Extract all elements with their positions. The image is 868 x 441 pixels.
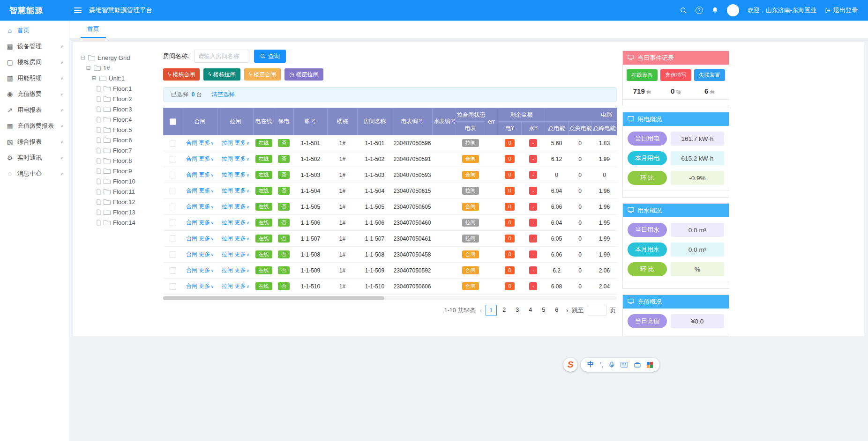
page-button-1[interactable]: 1 xyxy=(486,305,497,316)
open-more-link[interactable]: 更多 xyxy=(234,140,249,146)
action-button-building-close[interactable]: ϟ 楼栋合闸 xyxy=(163,68,200,81)
open-more-link[interactable]: 更多 xyxy=(234,187,249,194)
tab-home[interactable]: 首页 xyxy=(81,21,106,38)
clear-selection-link[interactable]: 清空选择 xyxy=(211,91,235,99)
avatar[interactable] xyxy=(727,4,739,16)
close-more-link[interactable]: 更多 xyxy=(199,203,214,210)
logout-button[interactable]: 退出登录 xyxy=(825,6,858,15)
action-button-building-open[interactable]: ϟ 楼栋拉闸 xyxy=(203,68,240,81)
row-checkbox[interactable] xyxy=(170,204,176,210)
sidebar-item-message[interactable]: ◌ 消息中心 ∨ xyxy=(0,166,69,182)
close-more-link[interactable]: 更多 xyxy=(199,171,214,178)
row-checkbox[interactable] xyxy=(170,267,176,274)
tree-node-floor-1[interactable]: Floor:1 xyxy=(80,83,163,94)
tree-node-energy-grid[interactable]: ⊟ Energy Grid xyxy=(80,52,163,63)
sidebar-item-energy-detail[interactable]: ▥ 用能明细 ∨ xyxy=(0,70,69,86)
row-checkbox[interactable] xyxy=(170,251,176,258)
close-more-link[interactable]: 更多 xyxy=(199,235,214,242)
help-icon[interactable]: ? xyxy=(696,7,703,14)
jump-page-input[interactable] xyxy=(588,305,606,316)
tree-node-floor-14[interactable]: Floor:14 xyxy=(80,217,163,228)
row-checkbox[interactable] xyxy=(170,220,176,226)
tree-node-floor-11[interactable]: Floor:11 xyxy=(80,186,163,197)
toolbox-icon[interactable] xyxy=(634,362,641,368)
open-action-link[interactable]: 拉闸 xyxy=(222,235,233,242)
collapse-icon[interactable]: ⊟ xyxy=(85,65,91,71)
page-button-4[interactable]: 4 xyxy=(525,305,536,316)
sidebar-item-realtime[interactable]: ⚙ 实时通讯 ∨ xyxy=(0,150,69,166)
tree-node-floor-10[interactable]: Floor:10 xyxy=(80,176,163,186)
tree-node-floor-9[interactable]: Floor:9 xyxy=(80,166,163,176)
tree-node-floor-7[interactable]: Floor:7 xyxy=(80,145,163,155)
prev-page-button[interactable]: ‹ xyxy=(479,307,482,314)
close-more-link[interactable]: 更多 xyxy=(199,267,214,273)
ime-logo-icon[interactable]: S xyxy=(563,358,577,372)
close-action-link[interactable]: 合闸 xyxy=(186,140,197,146)
sidebar-item-device[interactable]: ▤ 设备管理 ∨ xyxy=(0,38,69,54)
tree-node-unit-1[interactable]: ⊟ Unit:1 xyxy=(80,73,163,83)
open-action-link[interactable]: 拉闸 xyxy=(222,283,233,289)
sidebar-collapse-icon[interactable] xyxy=(74,7,82,13)
sidebar-item-elec-report[interactable]: ↗ 用电报表 ∨ xyxy=(0,102,69,118)
open-action-link[interactable]: 拉闸 xyxy=(222,187,233,194)
row-checkbox[interactable] xyxy=(170,188,176,194)
tree-node-floor-8[interactable]: Floor:8 xyxy=(80,155,163,166)
open-more-link[interactable]: 更多 xyxy=(234,219,249,226)
select-all-checkbox[interactable] xyxy=(170,118,176,125)
page-button-3[interactable]: 3 xyxy=(512,305,523,316)
open-action-link[interactable]: 拉闸 xyxy=(222,155,233,162)
sidebar-item-recharge[interactable]: ◉ 充值缴费 ∨ xyxy=(0,86,69,102)
collapse-icon[interactable]: ⊟ xyxy=(91,75,97,81)
close-action-link[interactable]: 合闸 xyxy=(186,251,197,257)
close-action-link[interactable]: 合闸 xyxy=(186,219,197,226)
sidebar-item-summary-report[interactable]: ▧ 综合报表 ∨ xyxy=(0,134,69,150)
close-more-link[interactable]: 更多 xyxy=(199,283,214,289)
sidebar-item-building[interactable]: ▢ 楼栋房间 ∨ xyxy=(0,54,69,70)
open-action-link[interactable]: 拉闸 xyxy=(222,267,233,273)
close-more-link[interactable]: 更多 xyxy=(199,140,214,146)
tree-node-building-1[interactable]: ⊟ 1# xyxy=(80,63,163,73)
room-name-input[interactable] xyxy=(194,50,249,63)
row-checkbox[interactable] xyxy=(170,156,176,162)
next-page-button[interactable]: › xyxy=(566,307,569,314)
page-button-5[interactable]: 5 xyxy=(538,305,549,316)
open-more-link[interactable]: 更多 xyxy=(234,267,249,273)
row-checkbox[interactable] xyxy=(170,172,176,178)
row-checkbox[interactable] xyxy=(170,283,176,290)
close-more-link[interactable]: 更多 xyxy=(199,155,214,162)
action-button-floor-open[interactable]: ◷ 楼层拉闸 xyxy=(284,68,323,81)
sidebar-item-home[interactable]: ⌂ 首页 ∨ xyxy=(0,22,69,38)
open-more-link[interactable]: 更多 xyxy=(234,235,249,242)
open-more-link[interactable]: 更多 xyxy=(234,155,249,162)
close-action-link[interactable]: 合闸 xyxy=(186,171,197,178)
close-more-link[interactable]: 更多 xyxy=(199,187,214,194)
horizontal-scrollbar-thumb[interactable] xyxy=(163,296,384,300)
open-action-link[interactable]: 拉闸 xyxy=(222,219,233,226)
close-action-link[interactable]: 合闸 xyxy=(186,187,197,194)
row-checkbox[interactable] xyxy=(170,235,176,242)
tree-node-floor-5[interactable]: Floor:5 xyxy=(80,125,163,135)
open-more-link[interactable]: 更多 xyxy=(234,283,249,289)
open-action-link[interactable]: 拉闸 xyxy=(222,203,233,210)
bell-icon[interactable] xyxy=(711,7,718,14)
close-action-link[interactable]: 合闸 xyxy=(186,267,197,273)
close-action-link[interactable]: 合闸 xyxy=(186,203,197,210)
page-button-6[interactable]: 6 xyxy=(551,305,562,316)
tree-node-floor-6[interactable]: Floor:6 xyxy=(80,135,163,145)
microphone-icon[interactable] xyxy=(609,361,614,368)
open-more-link[interactable]: 更多 xyxy=(234,251,249,257)
tree-node-floor-12[interactable]: Floor:12 xyxy=(80,197,163,207)
action-button-floor-close[interactable]: ϟ 楼层合闸 xyxy=(244,68,281,81)
open-more-link[interactable]: 更多 xyxy=(234,171,249,178)
tree-node-floor-4[interactable]: Floor:4 xyxy=(80,114,163,125)
search-button[interactable]: 查询 xyxy=(254,50,286,63)
tree-node-floor-13[interactable]: Floor:13 xyxy=(80,207,163,217)
page-button-2[interactable]: 2 xyxy=(499,305,510,316)
row-checkbox[interactable] xyxy=(170,140,176,147)
open-action-link[interactable]: 拉闸 xyxy=(222,251,233,257)
ime-punctuation-toggle[interactable]: ’, xyxy=(600,361,603,368)
tree-node-floor-2[interactable]: Floor:2 xyxy=(80,94,163,104)
close-action-link[interactable]: 合闸 xyxy=(186,283,197,289)
close-more-link[interactable]: 更多 xyxy=(199,251,214,257)
collapse-icon[interactable]: ⊟ xyxy=(80,54,86,61)
